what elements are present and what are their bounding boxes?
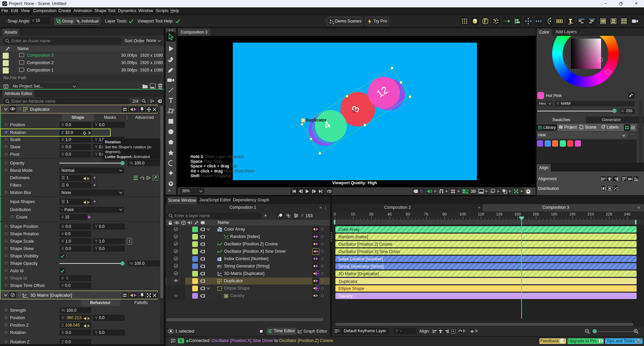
svg-text:abc: abc [217,264,222,267]
svg-text:T: T [225,295,227,298]
